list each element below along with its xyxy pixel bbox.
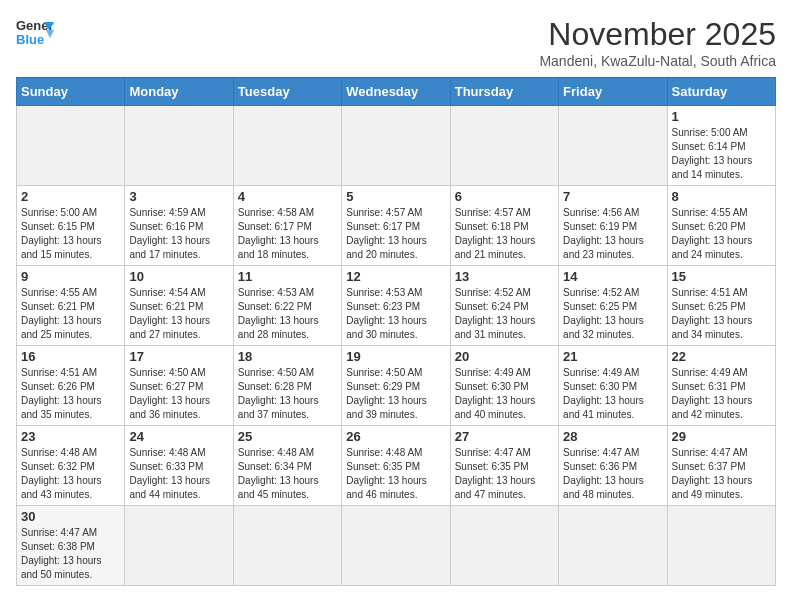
day-info: Sunrise: 4:50 AM Sunset: 6:29 PM Dayligh…	[346, 366, 445, 422]
day-number: 11	[238, 269, 337, 284]
calendar-day-cell: 25Sunrise: 4:48 AM Sunset: 6:34 PM Dayli…	[233, 426, 341, 506]
calendar-day-cell: 16Sunrise: 4:51 AM Sunset: 6:26 PM Dayli…	[17, 346, 125, 426]
day-info: Sunrise: 4:48 AM Sunset: 6:35 PM Dayligh…	[346, 446, 445, 502]
logo-icon: General Blue	[16, 16, 54, 48]
calendar-day-cell	[667, 506, 775, 586]
calendar-day-cell	[125, 506, 233, 586]
calendar-day-cell: 21Sunrise: 4:49 AM Sunset: 6:30 PM Dayli…	[559, 346, 667, 426]
svg-marker-3	[46, 30, 54, 38]
day-info: Sunrise: 4:54 AM Sunset: 6:21 PM Dayligh…	[129, 286, 228, 342]
day-number: 24	[129, 429, 228, 444]
calendar-day-cell: 24Sunrise: 4:48 AM Sunset: 6:33 PM Dayli…	[125, 426, 233, 506]
calendar-week-row: 23Sunrise: 4:48 AM Sunset: 6:32 PM Dayli…	[17, 426, 776, 506]
day-number: 13	[455, 269, 554, 284]
calendar-day-cell: 11Sunrise: 4:53 AM Sunset: 6:22 PM Dayli…	[233, 266, 341, 346]
location: Mandeni, KwaZulu-Natal, South Africa	[539, 53, 776, 69]
page-header: General Blue November 2025 Mandeni, KwaZ…	[16, 16, 776, 69]
day-info: Sunrise: 4:49 AM Sunset: 6:30 PM Dayligh…	[455, 366, 554, 422]
day-info: Sunrise: 4:52 AM Sunset: 6:25 PM Dayligh…	[563, 286, 662, 342]
day-info: Sunrise: 4:47 AM Sunset: 6:36 PM Dayligh…	[563, 446, 662, 502]
calendar-day-cell: 9Sunrise: 4:55 AM Sunset: 6:21 PM Daylig…	[17, 266, 125, 346]
calendar-day-cell: 27Sunrise: 4:47 AM Sunset: 6:35 PM Dayli…	[450, 426, 558, 506]
day-info: Sunrise: 4:49 AM Sunset: 6:30 PM Dayligh…	[563, 366, 662, 422]
day-number: 6	[455, 189, 554, 204]
weekday-header-wednesday: Wednesday	[342, 78, 450, 106]
calendar-day-cell: 26Sunrise: 4:48 AM Sunset: 6:35 PM Dayli…	[342, 426, 450, 506]
weekday-header-row: SundayMondayTuesdayWednesdayThursdayFrid…	[17, 78, 776, 106]
calendar-day-cell: 23Sunrise: 4:48 AM Sunset: 6:32 PM Dayli…	[17, 426, 125, 506]
calendar-week-row: 1Sunrise: 5:00 AM Sunset: 6:14 PM Daylig…	[17, 106, 776, 186]
day-info: Sunrise: 4:48 AM Sunset: 6:32 PM Dayligh…	[21, 446, 120, 502]
weekday-header-thursday: Thursday	[450, 78, 558, 106]
calendar-week-row: 2Sunrise: 5:00 AM Sunset: 6:15 PM Daylig…	[17, 186, 776, 266]
calendar-day-cell: 2Sunrise: 5:00 AM Sunset: 6:15 PM Daylig…	[17, 186, 125, 266]
calendar-day-cell: 30Sunrise: 4:47 AM Sunset: 6:38 PM Dayli…	[17, 506, 125, 586]
day-number: 29	[672, 429, 771, 444]
day-info: Sunrise: 4:53 AM Sunset: 6:22 PM Dayligh…	[238, 286, 337, 342]
calendar-week-row: 9Sunrise: 4:55 AM Sunset: 6:21 PM Daylig…	[17, 266, 776, 346]
calendar-day-cell	[450, 506, 558, 586]
calendar-day-cell	[125, 106, 233, 186]
day-info: Sunrise: 4:47 AM Sunset: 6:38 PM Dayligh…	[21, 526, 120, 582]
day-info: Sunrise: 5:00 AM Sunset: 6:15 PM Dayligh…	[21, 206, 120, 262]
calendar-day-cell: 19Sunrise: 4:50 AM Sunset: 6:29 PM Dayli…	[342, 346, 450, 426]
day-info: Sunrise: 5:00 AM Sunset: 6:14 PM Dayligh…	[672, 126, 771, 182]
title-block: November 2025 Mandeni, KwaZulu-Natal, So…	[539, 16, 776, 69]
day-info: Sunrise: 4:59 AM Sunset: 6:16 PM Dayligh…	[129, 206, 228, 262]
day-number: 30	[21, 509, 120, 524]
month-title: November 2025	[539, 16, 776, 53]
day-info: Sunrise: 4:51 AM Sunset: 6:25 PM Dayligh…	[672, 286, 771, 342]
day-number: 25	[238, 429, 337, 444]
day-info: Sunrise: 4:51 AM Sunset: 6:26 PM Dayligh…	[21, 366, 120, 422]
calendar-day-cell: 17Sunrise: 4:50 AM Sunset: 6:27 PM Dayli…	[125, 346, 233, 426]
day-number: 14	[563, 269, 662, 284]
calendar-day-cell: 14Sunrise: 4:52 AM Sunset: 6:25 PM Dayli…	[559, 266, 667, 346]
day-number: 1	[672, 109, 771, 124]
calendar-day-cell: 20Sunrise: 4:49 AM Sunset: 6:30 PM Dayli…	[450, 346, 558, 426]
day-info: Sunrise: 4:48 AM Sunset: 6:34 PM Dayligh…	[238, 446, 337, 502]
day-number: 27	[455, 429, 554, 444]
calendar-day-cell: 29Sunrise: 4:47 AM Sunset: 6:37 PM Dayli…	[667, 426, 775, 506]
day-number: 12	[346, 269, 445, 284]
day-info: Sunrise: 4:56 AM Sunset: 6:19 PM Dayligh…	[563, 206, 662, 262]
day-number: 17	[129, 349, 228, 364]
day-number: 20	[455, 349, 554, 364]
day-info: Sunrise: 4:48 AM Sunset: 6:33 PM Dayligh…	[129, 446, 228, 502]
calendar-day-cell: 1Sunrise: 5:00 AM Sunset: 6:14 PM Daylig…	[667, 106, 775, 186]
day-info: Sunrise: 4:53 AM Sunset: 6:23 PM Dayligh…	[346, 286, 445, 342]
calendar-day-cell	[559, 506, 667, 586]
day-number: 16	[21, 349, 120, 364]
day-number: 19	[346, 349, 445, 364]
calendar-day-cell: 12Sunrise: 4:53 AM Sunset: 6:23 PM Dayli…	[342, 266, 450, 346]
weekday-header-tuesday: Tuesday	[233, 78, 341, 106]
calendar-day-cell	[342, 506, 450, 586]
day-number: 22	[672, 349, 771, 364]
calendar-day-cell	[450, 106, 558, 186]
day-info: Sunrise: 4:57 AM Sunset: 6:18 PM Dayligh…	[455, 206, 554, 262]
svg-text:Blue: Blue	[16, 32, 44, 47]
day-number: 10	[129, 269, 228, 284]
calendar-day-cell: 28Sunrise: 4:47 AM Sunset: 6:36 PM Dayli…	[559, 426, 667, 506]
calendar-day-cell	[233, 106, 341, 186]
day-number: 23	[21, 429, 120, 444]
calendar-day-cell: 8Sunrise: 4:55 AM Sunset: 6:20 PM Daylig…	[667, 186, 775, 266]
day-info: Sunrise: 4:47 AM Sunset: 6:37 PM Dayligh…	[672, 446, 771, 502]
calendar-day-cell: 22Sunrise: 4:49 AM Sunset: 6:31 PM Dayli…	[667, 346, 775, 426]
day-info: Sunrise: 4:49 AM Sunset: 6:31 PM Dayligh…	[672, 366, 771, 422]
calendar-day-cell: 15Sunrise: 4:51 AM Sunset: 6:25 PM Dayli…	[667, 266, 775, 346]
calendar-day-cell: 7Sunrise: 4:56 AM Sunset: 6:19 PM Daylig…	[559, 186, 667, 266]
calendar-week-row: 30Sunrise: 4:47 AM Sunset: 6:38 PM Dayli…	[17, 506, 776, 586]
calendar-day-cell: 3Sunrise: 4:59 AM Sunset: 6:16 PM Daylig…	[125, 186, 233, 266]
weekday-header-monday: Monday	[125, 78, 233, 106]
calendar-table: SundayMondayTuesdayWednesdayThursdayFrid…	[16, 77, 776, 586]
day-number: 3	[129, 189, 228, 204]
logo: General Blue	[16, 16, 54, 48]
day-info: Sunrise: 4:58 AM Sunset: 6:17 PM Dayligh…	[238, 206, 337, 262]
calendar-day-cell: 13Sunrise: 4:52 AM Sunset: 6:24 PM Dayli…	[450, 266, 558, 346]
day-info: Sunrise: 4:52 AM Sunset: 6:24 PM Dayligh…	[455, 286, 554, 342]
calendar-day-cell	[17, 106, 125, 186]
calendar-day-cell	[342, 106, 450, 186]
day-info: Sunrise: 4:57 AM Sunset: 6:17 PM Dayligh…	[346, 206, 445, 262]
day-number: 7	[563, 189, 662, 204]
weekday-header-sunday: Sunday	[17, 78, 125, 106]
